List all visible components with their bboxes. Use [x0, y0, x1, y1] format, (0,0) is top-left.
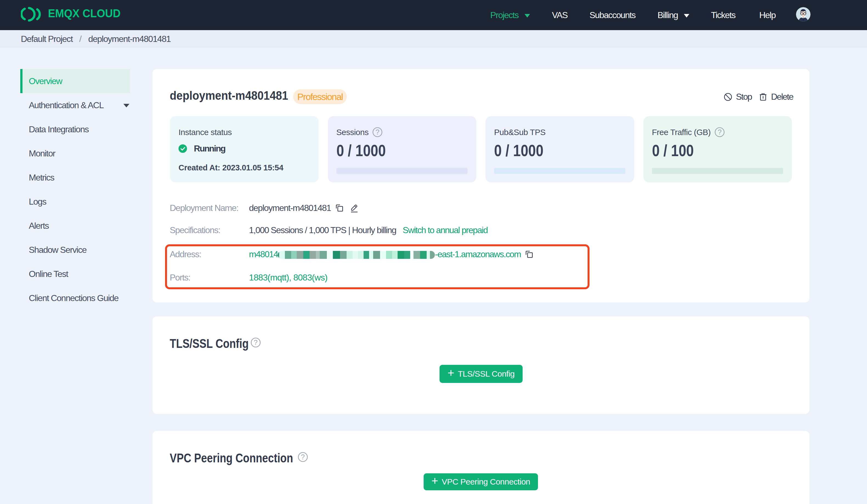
svg-text:?: ?: [718, 128, 721, 136]
svg-text:?: ?: [254, 339, 258, 346]
svg-text:?: ?: [376, 128, 379, 136]
svg-text:?: ?: [301, 453, 305, 461]
